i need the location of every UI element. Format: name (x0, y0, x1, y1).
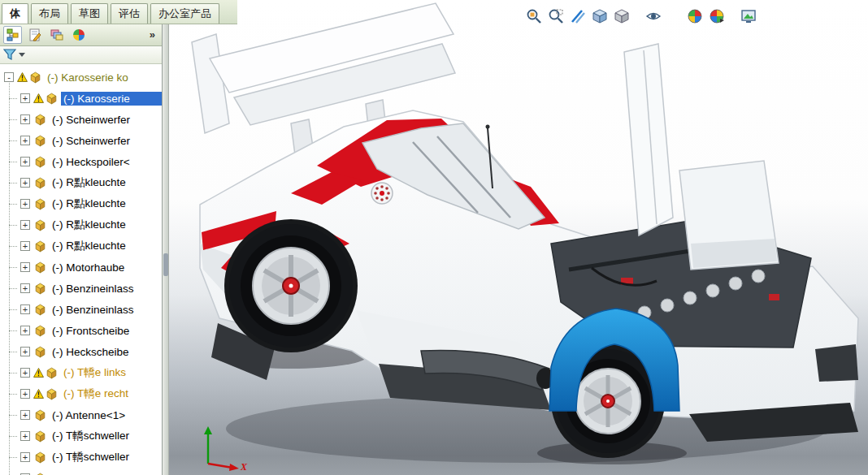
command-tab[interactable]: 布局 (31, 3, 68, 24)
view-orientation-icon[interactable] (588, 6, 610, 25)
car-model[interactable] (169, 0, 868, 475)
tree-item-label: (-) R點kleuchte (50, 238, 128, 254)
tree-item[interactable]: - (-) Karosserie ko (0, 67, 162, 88)
tree-item[interactable]: + (-) R點kleuchte (0, 172, 162, 193)
expander-icon[interactable]: + (20, 178, 30, 188)
app-window: X 体 布局 草图 评估 办公室产品 » (0, 0, 868, 475)
warning-icon (33, 93, 44, 103)
warning-icon (17, 72, 28, 82)
propertymanager-icon[interactable] (25, 26, 44, 44)
part-icon (33, 176, 47, 190)
tree-item[interactable]: + (-) T轎e recht (0, 383, 162, 404)
apply-scene-icon[interactable] (705, 6, 727, 25)
part-icon (33, 408, 47, 422)
warning-icon (33, 368, 44, 378)
tree-item[interactable]: + (-) Scheinwerfer (0, 109, 162, 130)
expander-icon[interactable]: + (20, 114, 30, 124)
expander-icon[interactable]: + (20, 136, 30, 145)
expander-icon[interactable]: + (20, 431, 30, 441)
tree-item-label: (-) Benzineinlass (50, 303, 137, 317)
command-tab[interactable]: 草图 (71, 3, 108, 24)
zoom-to-fit-icon[interactable] (523, 6, 545, 25)
expander-icon[interactable]: + (20, 389, 30, 399)
expander-icon[interactable]: + (20, 368, 30, 378)
filter-caret-icon[interactable] (19, 53, 25, 57)
expander-icon[interactable]: + (20, 283, 30, 293)
tree-item[interactable]: + (-) R點kleuchte (0, 214, 162, 235)
part-icon (33, 345, 47, 359)
tree-item[interactable]: + (-) Heckscheibe (0, 341, 162, 362)
expander-icon[interactable]: + (20, 199, 30, 209)
expander-icon[interactable]: + (20, 304, 30, 314)
tree-item-label: (-) Karosserie ko (45, 71, 131, 84)
display-style-icon[interactable] (610, 6, 632, 25)
tree-item-label: (-) Scheinwerfer (50, 113, 132, 127)
tree-item[interactable]: + (0, 468, 162, 475)
expander-icon[interactable]: + (20, 157, 30, 166)
part-icon (33, 303, 47, 317)
headsup-view-toolbar (523, 6, 759, 25)
expander-icon[interactable]: + (20, 262, 30, 272)
panel-splitter[interactable] (163, 24, 169, 475)
graphics-viewport[interactable]: X (169, 0, 868, 475)
tree-item-label: (-) T轎e recht (61, 386, 131, 402)
zoom-to-area-icon[interactable] (545, 6, 566, 25)
expander-icon[interactable]: + (20, 410, 30, 420)
tree-item-label: (-) T轎schweller (50, 428, 132, 444)
tree-item-label: (-) R點kleuchte (50, 175, 128, 191)
tree-item[interactable]: + (-) Heckspoiler< (0, 151, 162, 172)
triad-x-label: X (240, 461, 248, 472)
tree-item[interactable]: + (-) Scheinwerfer (0, 130, 162, 151)
tree-item-label: (-) Karosserie (61, 92, 162, 106)
command-tabs: 体 布局 草图 评估 办公室产品 (0, 0, 237, 24)
tree-item-label: (-) Benzineinlass (50, 282, 137, 296)
part-icon (33, 472, 47, 475)
hide-show-items-icon[interactable] (642, 6, 664, 25)
panel-overflow-chevron[interactable]: » (150, 28, 158, 42)
expander-icon[interactable]: + (20, 347, 30, 356)
tree-item[interactable]: + (-) T轎schweller (0, 447, 162, 468)
tree-item[interactable]: + (-) R點kleuchte (0, 193, 162, 214)
expander-icon[interactable]: + (20, 326, 30, 335)
tree-item[interactable]: + (-) T轎e links (0, 362, 162, 383)
expander-icon[interactable]: + (20, 452, 30, 462)
part-icon (45, 366, 59, 380)
tree-item-label: (-) R點kleuchte (50, 217, 128, 233)
part-icon (33, 430, 47, 443)
view-settings-icon[interactable] (737, 6, 759, 25)
featuremanager-tree-icon[interactable] (3, 26, 22, 44)
tree-item[interactable]: + (-) Frontscheibe (0, 320, 162, 341)
part-icon (33, 197, 47, 211)
expander-icon[interactable]: + (20, 220, 30, 230)
command-tab-label: 办公室产品 (158, 7, 211, 19)
part-icon (45, 92, 59, 106)
tree-item[interactable]: + (-) Benzineinlass (0, 278, 162, 299)
part-icon (33, 261, 47, 274)
tree-item-label: (-) Scheinwerfer (50, 134, 132, 148)
tree-item[interactable]: + (-) Antenne<1> (0, 404, 162, 425)
displaymanager-icon[interactable] (69, 26, 88, 44)
command-tab[interactable]: 办公室产品 (150, 3, 219, 24)
expander-icon[interactable]: + (20, 93, 30, 103)
rear-wheel[interactable] (224, 219, 358, 352)
filter-funnel-icon[interactable] (3, 49, 16, 61)
expander-icon[interactable]: - (4, 72, 14, 82)
command-tab[interactable]: 评估 (111, 3, 148, 24)
tree-item-label: (-) Heckspoiler< (50, 155, 132, 169)
tree-item-label: (-) Frontscheibe (50, 324, 132, 338)
tree-item[interactable]: + (-) Motorhaube (0, 257, 162, 278)
tree-item-label: (-) Antenne<1> (50, 408, 128, 422)
splitter-grip[interactable] (163, 253, 168, 276)
configurationmanager-icon[interactable] (47, 26, 66, 44)
section-view-icon[interactable] (566, 6, 588, 25)
edit-appearance-icon[interactable] (684, 6, 705, 25)
expander-icon[interactable]: + (20, 241, 30, 251)
command-tab[interactable]: 体 (2, 3, 28, 24)
tree-item[interactable]: + (-) T轎schweller (0, 425, 162, 447)
door-badge (371, 183, 393, 204)
tree-item[interactable]: + (-) R點kleuchte (0, 235, 162, 257)
tree-item-label: (-) Motorhaube (50, 261, 127, 274)
tree-item[interactable]: + (-) Karosserie (0, 88, 162, 109)
command-tab-label: 草图 (79, 7, 100, 19)
tree-item[interactable]: + (-) Benzineinlass (0, 299, 162, 320)
